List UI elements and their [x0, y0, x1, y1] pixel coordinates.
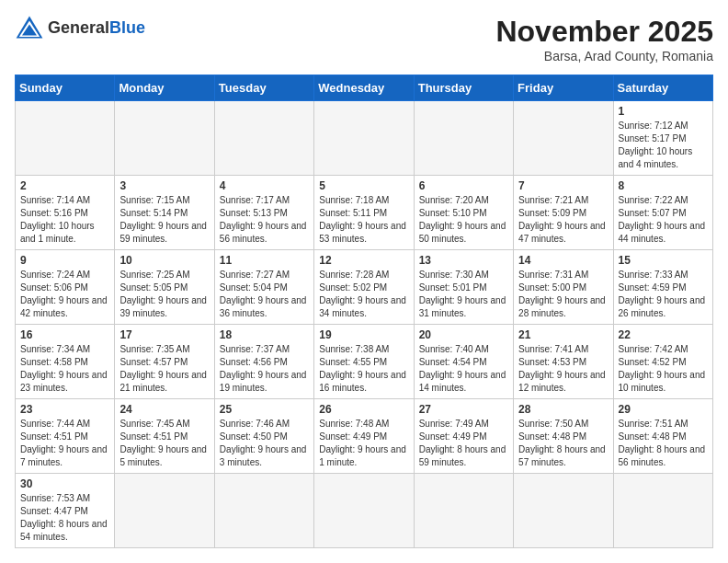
- day-number: 13: [419, 254, 508, 267]
- day-info: Sunrise: 7:17 AM Sunset: 5:13 PM Dayligh…: [220, 194, 309, 246]
- calendar-cell: [115, 101, 214, 176]
- calendar-cell: 2Sunrise: 7:14 AM Sunset: 5:16 PM Daylig…: [16, 176, 115, 250]
- week-row-0: 1Sunrise: 7:12 AM Sunset: 5:17 PM Daylig…: [16, 101, 713, 176]
- week-row-2: 9Sunrise: 7:24 AM Sunset: 5:06 PM Daylig…: [16, 250, 713, 325]
- calendar-cell: [414, 474, 513, 548]
- weekday-row: SundayMondayTuesdayWednesdayThursdayFrid…: [16, 75, 713, 101]
- weekday-header-sunday: Sunday: [16, 75, 115, 101]
- calendar-cell: 5Sunrise: 7:18 AM Sunset: 5:11 PM Daylig…: [314, 176, 414, 250]
- day-info: Sunrise: 7:33 AM Sunset: 4:59 PM Dayligh…: [619, 269, 708, 320]
- calendar-cell: 20Sunrise: 7:40 AM Sunset: 4:54 PM Dayli…: [414, 325, 513, 399]
- calendar-cell: 11Sunrise: 7:27 AM Sunset: 5:04 PM Dayli…: [214, 250, 313, 325]
- day-info: Sunrise: 7:20 AM Sunset: 5:10 PM Dayligh…: [419, 194, 508, 246]
- logo-text: GeneralBlue: [48, 18, 145, 38]
- calendar-cell: 6Sunrise: 7:20 AM Sunset: 5:10 PM Daylig…: [414, 176, 513, 250]
- day-number: 21: [518, 328, 608, 341]
- day-info: Sunrise: 7:18 AM Sunset: 5:11 PM Dayligh…: [319, 194, 408, 246]
- calendar-cell: 25Sunrise: 7:46 AM Sunset: 4:50 PM Dayli…: [214, 399, 313, 474]
- calendar-cell: 27Sunrise: 7:49 AM Sunset: 4:49 PM Dayli…: [414, 399, 513, 474]
- day-info: Sunrise: 7:22 AM Sunset: 5:07 PM Dayligh…: [619, 194, 708, 246]
- day-info: Sunrise: 7:15 AM Sunset: 5:14 PM Dayligh…: [119, 194, 209, 246]
- calendar-cell: 21Sunrise: 7:41 AM Sunset: 4:53 PM Dayli…: [514, 325, 613, 399]
- day-info: Sunrise: 7:50 AM Sunset: 4:48 PM Dayligh…: [518, 418, 608, 469]
- week-row-4: 23Sunrise: 7:44 AM Sunset: 4:51 PM Dayli…: [16, 399, 713, 474]
- calendar-cell: [613, 474, 712, 548]
- day-info: Sunrise: 7:49 AM Sunset: 4:49 PM Dayligh…: [419, 418, 508, 469]
- logo: GeneralBlue: [15, 15, 145, 40]
- calendar: SundayMondayTuesdayWednesdayThursdayFrid…: [15, 75, 713, 548]
- calendar-cell: 14Sunrise: 7:31 AM Sunset: 5:00 PM Dayli…: [514, 250, 613, 325]
- day-info: Sunrise: 7:37 AM Sunset: 4:56 PM Dayligh…: [220, 343, 309, 395]
- calendar-cell: [514, 101, 613, 176]
- day-number: 11: [220, 254, 309, 267]
- location-title: Barsa, Arad County, Romania: [495, 49, 713, 63]
- calendar-cell: [314, 474, 414, 548]
- day-info: Sunrise: 7:35 AM Sunset: 4:57 PM Dayligh…: [119, 343, 209, 395]
- day-number: 27: [419, 403, 508, 416]
- day-number: 10: [119, 254, 209, 267]
- calendar-cell: 3Sunrise: 7:15 AM Sunset: 5:14 PM Daylig…: [115, 176, 214, 250]
- day-number: 8: [619, 179, 708, 192]
- day-info: Sunrise: 7:45 AM Sunset: 4:51 PM Dayligh…: [119, 418, 209, 469]
- day-info: Sunrise: 7:31 AM Sunset: 5:00 PM Dayligh…: [518, 269, 608, 320]
- day-info: Sunrise: 7:14 AM Sunset: 5:16 PM Dayligh…: [20, 194, 109, 246]
- calendar-cell: 28Sunrise: 7:50 AM Sunset: 4:48 PM Dayli…: [514, 399, 613, 474]
- calendar-cell: [314, 101, 414, 176]
- day-number: 19: [319, 328, 408, 341]
- calendar-body: 1Sunrise: 7:12 AM Sunset: 5:17 PM Daylig…: [16, 101, 713, 548]
- calendar-cell: 16Sunrise: 7:34 AM Sunset: 4:58 PM Dayli…: [16, 325, 115, 399]
- day-info: Sunrise: 7:51 AM Sunset: 4:48 PM Dayligh…: [619, 418, 708, 469]
- day-info: Sunrise: 7:48 AM Sunset: 4:49 PM Dayligh…: [319, 418, 408, 469]
- day-number: 26: [319, 403, 408, 416]
- day-number: 22: [619, 328, 708, 341]
- week-row-1: 2Sunrise: 7:14 AM Sunset: 5:16 PM Daylig…: [16, 176, 713, 250]
- calendar-cell: [214, 474, 313, 548]
- day-number: 25: [220, 403, 309, 416]
- calendar-cell: 9Sunrise: 7:24 AM Sunset: 5:06 PM Daylig…: [16, 250, 115, 325]
- day-info: Sunrise: 7:21 AM Sunset: 5:09 PM Dayligh…: [518, 194, 608, 246]
- calendar-cell: 17Sunrise: 7:35 AM Sunset: 4:57 PM Dayli…: [115, 325, 214, 399]
- calendar-cell: 7Sunrise: 7:21 AM Sunset: 5:09 PM Daylig…: [514, 176, 613, 250]
- day-info: Sunrise: 7:28 AM Sunset: 5:02 PM Dayligh…: [319, 269, 408, 320]
- calendar-cell: [214, 101, 313, 176]
- day-number: 30: [20, 477, 109, 490]
- day-info: Sunrise: 7:42 AM Sunset: 4:52 PM Dayligh…: [619, 343, 708, 395]
- weekday-header-wednesday: Wednesday: [314, 75, 414, 101]
- day-info: Sunrise: 7:46 AM Sunset: 4:50 PM Dayligh…: [220, 418, 309, 469]
- day-number: 4: [220, 179, 309, 192]
- weekday-header-friday: Friday: [514, 75, 613, 101]
- month-title: November 2025: [495, 15, 713, 49]
- calendar-cell: 10Sunrise: 7:25 AM Sunset: 5:05 PM Dayli…: [115, 250, 214, 325]
- calendar-cell: 26Sunrise: 7:48 AM Sunset: 4:49 PM Dayli…: [314, 399, 414, 474]
- day-info: Sunrise: 7:24 AM Sunset: 5:06 PM Dayligh…: [20, 269, 109, 320]
- calendar-cell: 23Sunrise: 7:44 AM Sunset: 4:51 PM Dayli…: [16, 399, 115, 474]
- calendar-cell: 15Sunrise: 7:33 AM Sunset: 4:59 PM Dayli…: [613, 250, 712, 325]
- day-number: 16: [20, 328, 109, 341]
- day-info: Sunrise: 7:53 AM Sunset: 4:47 PM Dayligh…: [20, 492, 109, 544]
- day-number: 18: [220, 328, 309, 341]
- day-number: 7: [518, 179, 608, 192]
- week-row-5: 30Sunrise: 7:53 AM Sunset: 4:47 PM Dayli…: [16, 474, 713, 548]
- day-number: 2: [20, 179, 109, 192]
- calendar-cell: 29Sunrise: 7:51 AM Sunset: 4:48 PM Dayli…: [613, 399, 712, 474]
- day-number: 15: [619, 254, 708, 267]
- week-row-3: 16Sunrise: 7:34 AM Sunset: 4:58 PM Dayli…: [16, 325, 713, 399]
- calendar-header: SundayMondayTuesdayWednesdayThursdayFrid…: [16, 75, 713, 101]
- calendar-cell: 22Sunrise: 7:42 AM Sunset: 4:52 PM Dayli…: [613, 325, 712, 399]
- day-info: Sunrise: 7:44 AM Sunset: 4:51 PM Dayligh…: [20, 418, 109, 469]
- header: GeneralBlue November 2025 Barsa, Arad Co…: [15, 15, 713, 63]
- calendar-cell: [16, 101, 115, 176]
- day-number: 6: [419, 179, 508, 192]
- day-number: 23: [20, 403, 109, 416]
- day-number: 12: [319, 254, 408, 267]
- weekday-header-thursday: Thursday: [414, 75, 513, 101]
- calendar-cell: 19Sunrise: 7:38 AM Sunset: 4:55 PM Dayli…: [314, 325, 414, 399]
- weekday-header-monday: Monday: [115, 75, 214, 101]
- day-number: 3: [119, 179, 209, 192]
- calendar-cell: [115, 474, 214, 548]
- logo-icon: [15, 15, 44, 40]
- title-area: November 2025 Barsa, Arad County, Romani…: [495, 15, 713, 63]
- day-info: Sunrise: 7:40 AM Sunset: 4:54 PM Dayligh…: [419, 343, 508, 395]
- calendar-cell: 12Sunrise: 7:28 AM Sunset: 5:02 PM Dayli…: [314, 250, 414, 325]
- day-number: 24: [119, 403, 209, 416]
